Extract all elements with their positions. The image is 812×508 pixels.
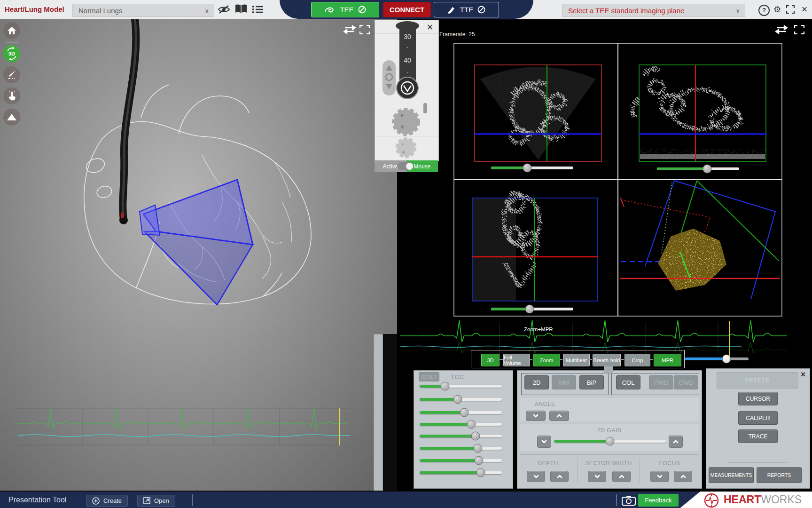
quadrant2-gain-slider[interactable] bbox=[657, 165, 739, 173]
create-presentation-button[interactable]: Create bbox=[86, 495, 128, 507]
tgc-slider-3[interactable] bbox=[420, 409, 502, 416]
fullscreen-ultrasound-icon[interactable] bbox=[794, 25, 804, 34]
hide-model-icon[interactable] bbox=[218, 5, 230, 14]
gear-icon[interactable]: ⚙ bbox=[773, 4, 782, 15]
heartworks-app: 3D bbox=[0, 0, 812, 508]
cone-icon bbox=[7, 113, 17, 121]
mode-mm-button[interactable]: MM bbox=[552, 375, 576, 389]
bar-divider bbox=[616, 494, 617, 506]
heart-3d-view[interactable] bbox=[0, 19, 397, 491]
depth-increase-button[interactable] bbox=[550, 471, 569, 482]
mode-3d-button[interactable]: 3D bbox=[481, 354, 500, 366]
fullscreen-3d-icon[interactable] bbox=[359, 25, 370, 34]
heart-3d-canvas bbox=[0, 19, 397, 491]
atlas-book-icon[interactable] bbox=[235, 4, 247, 14]
mode-mpr-button[interactable]: MPR bbox=[654, 354, 681, 366]
freeze-button[interactable]: FREEZE bbox=[717, 372, 798, 389]
mpr-rotation-slider[interactable] bbox=[685, 355, 749, 363]
depth-decrease-button[interactable] bbox=[527, 471, 545, 482]
tee-imaging-volume[interactable] bbox=[140, 180, 253, 305]
open-presentation-button[interactable]: Open bbox=[137, 495, 175, 507]
focus-decrease-button[interactable] bbox=[650, 471, 669, 482]
heartworks-logo-icon bbox=[703, 492, 719, 508]
anteflex-retroflex-knob[interactable]: A R bbox=[394, 110, 418, 134]
caliper-button[interactable]: CALIPER bbox=[738, 411, 778, 425]
panel-minimize-tab[interactable]: - bbox=[604, 366, 613, 373]
sector-decrease-button[interactable] bbox=[588, 471, 606, 482]
fullscreen-app-icon[interactable] bbox=[786, 5, 795, 14]
gain-slider[interactable] bbox=[554, 437, 666, 445]
gain-decrease-button[interactable] bbox=[537, 436, 551, 448]
angle-increase-button[interactable] bbox=[549, 411, 569, 421]
tools-close-icon[interactable]: × bbox=[798, 370, 808, 379]
close-app-icon[interactable]: × bbox=[800, 3, 809, 16]
scalpel-tool-button[interactable] bbox=[3, 66, 20, 83]
depth-tick-30: 30 bbox=[404, 33, 411, 40]
mode-2d-button[interactable]: 2D bbox=[524, 375, 549, 389]
mode-zoom-button[interactable]: Zoom bbox=[533, 354, 560, 366]
tee-probe-button[interactable]: TEE bbox=[311, 2, 379, 17]
help-icon[interactable]: ? bbox=[758, 5, 770, 16]
tgc-slider-4[interactable] bbox=[420, 421, 502, 428]
imaging-plane-value: Select a TEE standard imaging plane bbox=[562, 7, 731, 15]
rotate-3d-button[interactable]: 3D bbox=[3, 45, 20, 62]
mode-multibeat-button[interactable]: Multibeat bbox=[563, 354, 590, 366]
mode-col-button[interactable]: COL bbox=[616, 375, 640, 389]
sector-increase-button[interactable] bbox=[612, 471, 631, 482]
mode-connector bbox=[499, 359, 503, 360]
imaging-plane-dropdown[interactable]: Select a TEE standard imaging plane ∨ bbox=[562, 4, 745, 17]
flex-indicator-handle[interactable] bbox=[423, 103, 427, 113]
gain-increase-button[interactable] bbox=[669, 436, 683, 448]
left-right-knob[interactable]: L R bbox=[397, 139, 415, 157]
tgc-reset-button[interactable]: RESET bbox=[419, 372, 439, 381]
tgc-slider-8[interactable] bbox=[420, 469, 502, 476]
list-menu-icon[interactable] bbox=[252, 5, 263, 14]
ecg-mode-label: Zoom+MPR bbox=[524, 326, 553, 332]
mode-cwd-button[interactable]: CWD bbox=[674, 375, 698, 389]
screenshot-camera-icon[interactable] bbox=[622, 495, 636, 506]
probe-advance-control[interactable] bbox=[383, 60, 396, 95]
angle-decrease-button[interactable] bbox=[526, 411, 546, 421]
tgc-slider-2[interactable] bbox=[420, 396, 502, 403]
lung-model-dropdown[interactable]: Normal Lungs ∨ bbox=[72, 4, 214, 17]
ecg-strip-3d bbox=[16, 408, 350, 445]
measurements-button[interactable]: MEASUREMENTS bbox=[709, 467, 754, 483]
tgc-slider-7[interactable] bbox=[420, 457, 502, 464]
mpr-quadrant-green[interactable] bbox=[633, 65, 766, 161]
mpr-quadrant-red[interactable] bbox=[475, 65, 601, 161]
tee-probe[interactable] bbox=[119, 19, 136, 224]
cursor-button[interactable]: CURSOR bbox=[738, 392, 778, 405]
swap-ultrasound-icon[interactable] bbox=[775, 25, 788, 34]
home-button[interactable] bbox=[3, 22, 20, 39]
tgc-slider-5[interactable] bbox=[420, 432, 502, 440]
tgc-slider-1[interactable] bbox=[420, 382, 502, 390]
reports-button[interactable]: REPORTS bbox=[757, 467, 802, 483]
collapsed-panel-strip[interactable] bbox=[374, 334, 383, 492]
mode-pwd-button[interactable]: PWD bbox=[649, 375, 673, 389]
mode-breathhold-button[interactable]: Breath-hold bbox=[593, 354, 621, 366]
mode-bip-button[interactable]: BiP bbox=[579, 375, 604, 389]
logo-area: HEARTWORKS bbox=[679, 492, 812, 508]
quadrant1-gain-slider[interactable] bbox=[491, 164, 573, 172]
mode-fullvolume-button[interactable]: Full Volume bbox=[503, 354, 530, 366]
mpr-quadrant-blue[interactable] bbox=[472, 193, 598, 301]
input-mode-toggle[interactable] bbox=[397, 162, 414, 170]
mode-crop-button[interactable]: Crop bbox=[625, 354, 650, 366]
mode-connector bbox=[650, 359, 653, 360]
home-icon bbox=[7, 26, 16, 35]
focus-increase-button[interactable] bbox=[674, 471, 692, 482]
tap-tool-button[interactable] bbox=[3, 87, 20, 104]
mpr-quadrant-volume[interactable] bbox=[620, 181, 780, 299]
probe-rotation-dial[interactable] bbox=[397, 77, 418, 99]
tools-divider bbox=[728, 462, 787, 463]
trace-button[interactable]: TRACE bbox=[738, 429, 778, 443]
feedback-button[interactable]: Feedback bbox=[638, 494, 679, 507]
connect-button[interactable]: CONNECT bbox=[383, 2, 431, 17]
quadrant3-gain-slider[interactable] bbox=[491, 305, 573, 313]
rotate-3d-icon: 3D bbox=[5, 47, 19, 61]
model-selector-label: Heart/Lung Model bbox=[5, 0, 64, 19]
tgc-slider-6[interactable] bbox=[420, 444, 502, 452]
tte-probe-button[interactable]: TTE bbox=[434, 2, 499, 17]
cone-tool-button[interactable] bbox=[3, 109, 20, 126]
swap-view-icon[interactable] bbox=[344, 25, 356, 34]
